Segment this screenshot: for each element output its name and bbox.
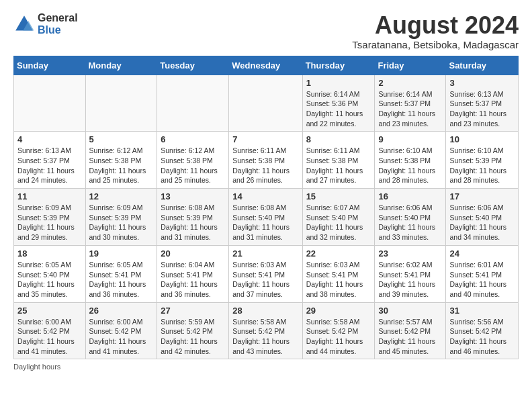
day-number: 1 xyxy=(306,78,371,88)
calendar-cell: 22Sunrise: 6:03 AM Sunset: 5:41 PM Dayli… xyxy=(302,245,375,302)
day-number: 11 xyxy=(17,191,82,201)
header-day-tuesday: Tuesday xyxy=(157,56,229,75)
calendar-body: 1Sunrise: 6:14 AM Sunset: 5:36 PM Daylig… xyxy=(14,75,519,359)
day-number: 8 xyxy=(306,134,371,144)
header-day-friday: Friday xyxy=(375,56,446,75)
day-number: 18 xyxy=(17,248,82,259)
day-number: 23 xyxy=(378,248,442,259)
day-info: Sunrise: 6:09 AM Sunset: 5:39 PM Dayligh… xyxy=(17,203,82,242)
calendar: SundayMondayTuesdayWednesdayThursdayFrid… xyxy=(13,56,519,360)
day-info: Sunrise: 6:12 AM Sunset: 5:38 PM Dayligh… xyxy=(89,146,154,185)
calendar-cell: 29Sunrise: 5:58 AM Sunset: 5:42 PM Dayli… xyxy=(302,302,375,359)
week-row-0: 1Sunrise: 6:14 AM Sunset: 5:36 PM Daylig… xyxy=(14,75,519,132)
calendar-cell: 12Sunrise: 6:09 AM Sunset: 5:39 PM Dayli… xyxy=(85,189,157,246)
day-number: 4 xyxy=(17,134,82,144)
calendar-cell: 26Sunrise: 6:00 AM Sunset: 5:42 PM Dayli… xyxy=(85,302,157,359)
day-number: 10 xyxy=(449,134,515,144)
subtitle: Tsaratanana, Betsiboka, Madagascar xyxy=(352,39,519,50)
week-row-3: 18Sunrise: 6:05 AM Sunset: 5:40 PM Dayli… xyxy=(14,245,519,302)
header-day-sunday: Sunday xyxy=(14,56,86,75)
day-number: 9 xyxy=(378,134,442,144)
day-number: 6 xyxy=(161,134,225,144)
day-info: Sunrise: 6:11 AM Sunset: 5:38 PM Dayligh… xyxy=(232,146,298,185)
day-info: Sunrise: 5:56 AM Sunset: 5:42 PM Dayligh… xyxy=(449,317,515,357)
page: General Blue August 2024 Tsaratanana, Be… xyxy=(0,0,532,411)
calendar-cell: 17Sunrise: 6:06 AM Sunset: 5:40 PM Dayli… xyxy=(446,189,519,246)
calendar-cell: 1Sunrise: 6:14 AM Sunset: 5:36 PM Daylig… xyxy=(302,75,375,132)
day-number: 28 xyxy=(232,306,298,316)
header-row: General Blue August 2024 Tsaratanana, Be… xyxy=(13,12,519,50)
calendar-cell: 8Sunrise: 6:11 AM Sunset: 5:38 PM Daylig… xyxy=(302,132,375,189)
day-number: 2 xyxy=(378,78,442,88)
day-number: 13 xyxy=(161,191,225,201)
day-info: Sunrise: 6:13 AM Sunset: 5:37 PM Dayligh… xyxy=(17,146,82,185)
header-day-monday: Monday xyxy=(85,56,157,75)
calendar-cell: 24Sunrise: 6:01 AM Sunset: 5:41 PM Dayli… xyxy=(446,245,519,302)
calendar-cell: 30Sunrise: 5:57 AM Sunset: 5:42 PM Dayli… xyxy=(375,302,446,359)
day-number: 20 xyxy=(161,248,225,259)
day-number: 3 xyxy=(449,78,515,88)
calendar-cell: 16Sunrise: 6:06 AM Sunset: 5:40 PM Dayli… xyxy=(375,189,446,246)
day-info: Sunrise: 6:07 AM Sunset: 5:40 PM Dayligh… xyxy=(306,203,371,242)
day-number: 31 xyxy=(449,306,515,316)
day-info: Sunrise: 6:01 AM Sunset: 5:41 PM Dayligh… xyxy=(449,260,515,300)
day-number: 16 xyxy=(378,191,442,201)
calendar-cell: 13Sunrise: 6:08 AM Sunset: 5:39 PM Dayli… xyxy=(157,189,229,246)
header-day-saturday: Saturday xyxy=(446,56,519,75)
calendar-cell: 3Sunrise: 6:13 AM Sunset: 5:37 PM Daylig… xyxy=(446,75,519,132)
logo-icon xyxy=(13,13,35,35)
day-info: Sunrise: 6:10 AM Sunset: 5:39 PM Dayligh… xyxy=(449,146,515,185)
day-info: Sunrise: 6:08 AM Sunset: 5:40 PM Dayligh… xyxy=(232,203,298,242)
day-info: Sunrise: 6:13 AM Sunset: 5:37 PM Dayligh… xyxy=(449,89,515,129)
calendar-cell: 4Sunrise: 6:13 AM Sunset: 5:37 PM Daylig… xyxy=(14,132,86,189)
header-day-thursday: Thursday xyxy=(302,56,375,75)
day-number: 21 xyxy=(232,248,298,259)
calendar-cell: 31Sunrise: 5:56 AM Sunset: 5:42 PM Dayli… xyxy=(446,302,519,359)
day-info: Sunrise: 6:05 AM Sunset: 5:40 PM Dayligh… xyxy=(17,260,82,300)
day-info: Sunrise: 6:09 AM Sunset: 5:39 PM Dayligh… xyxy=(89,203,154,242)
day-info: Sunrise: 5:58 AM Sunset: 5:42 PM Dayligh… xyxy=(306,317,371,357)
calendar-cell xyxy=(14,75,86,132)
day-number: 26 xyxy=(89,306,154,316)
day-info: Sunrise: 5:57 AM Sunset: 5:42 PM Dayligh… xyxy=(378,317,442,357)
day-info: Sunrise: 6:06 AM Sunset: 5:40 PM Dayligh… xyxy=(378,203,442,242)
day-number: 30 xyxy=(378,306,442,316)
calendar-cell: 14Sunrise: 6:08 AM Sunset: 5:40 PM Dayli… xyxy=(229,189,302,246)
calendar-cell: 2Sunrise: 6:14 AM Sunset: 5:37 PM Daylig… xyxy=(375,75,446,132)
day-info: Sunrise: 6:05 AM Sunset: 5:41 PM Dayligh… xyxy=(89,260,154,300)
day-number: 14 xyxy=(232,191,298,201)
calendar-cell: 23Sunrise: 6:02 AM Sunset: 5:41 PM Dayli… xyxy=(375,245,446,302)
logo-text: General Blue xyxy=(38,12,78,36)
main-title: August 2024 xyxy=(352,12,519,39)
day-number: 29 xyxy=(306,306,371,316)
day-number: 22 xyxy=(306,248,371,259)
title-section: August 2024 Tsaratanana, Betsiboka, Mada… xyxy=(352,12,519,50)
day-info: Sunrise: 5:59 AM Sunset: 5:42 PM Dayligh… xyxy=(161,317,225,357)
calendar-cell xyxy=(229,75,302,132)
day-info: Sunrise: 6:00 AM Sunset: 5:42 PM Dayligh… xyxy=(89,317,154,357)
calendar-cell: 11Sunrise: 6:09 AM Sunset: 5:39 PM Dayli… xyxy=(14,189,86,246)
day-info: Sunrise: 5:58 AM Sunset: 5:42 PM Dayligh… xyxy=(232,317,298,357)
day-info: Sunrise: 6:14 AM Sunset: 5:37 PM Dayligh… xyxy=(378,89,442,129)
day-number: 17 xyxy=(449,191,515,201)
calendar-cell: 19Sunrise: 6:05 AM Sunset: 5:41 PM Dayli… xyxy=(85,245,157,302)
day-info: Sunrise: 6:00 AM Sunset: 5:42 PM Dayligh… xyxy=(17,317,82,357)
day-info: Sunrise: 6:11 AM Sunset: 5:38 PM Dayligh… xyxy=(306,146,371,185)
day-info: Sunrise: 6:06 AM Sunset: 5:40 PM Dayligh… xyxy=(449,203,515,242)
day-number: 15 xyxy=(306,191,371,201)
calendar-cell: 15Sunrise: 6:07 AM Sunset: 5:40 PM Dayli… xyxy=(302,189,375,246)
day-number: 19 xyxy=(89,248,154,259)
week-row-1: 4Sunrise: 6:13 AM Sunset: 5:37 PM Daylig… xyxy=(14,132,519,189)
calendar-cell: 28Sunrise: 5:58 AM Sunset: 5:42 PM Dayli… xyxy=(229,302,302,359)
day-number: 24 xyxy=(449,248,515,259)
day-number: 25 xyxy=(17,306,82,316)
calendar-cell: 6Sunrise: 6:12 AM Sunset: 5:38 PM Daylig… xyxy=(157,132,229,189)
footer-note: Daylight hours xyxy=(13,363,519,371)
day-number: 7 xyxy=(232,134,298,144)
header-row-days: SundayMondayTuesdayWednesdayThursdayFrid… xyxy=(14,56,519,75)
day-info: Sunrise: 6:04 AM Sunset: 5:41 PM Dayligh… xyxy=(161,260,225,300)
logo-blue-text: Blue xyxy=(38,24,78,36)
calendar-cell: 20Sunrise: 6:04 AM Sunset: 5:41 PM Dayli… xyxy=(157,245,229,302)
header-day-wednesday: Wednesday xyxy=(229,56,302,75)
day-number: 27 xyxy=(161,306,225,316)
